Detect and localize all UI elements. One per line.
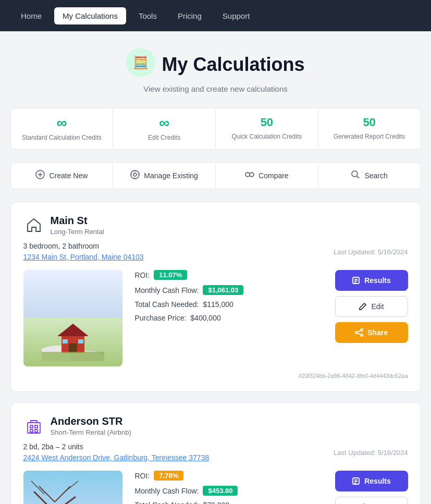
nav-items: Home My Calculations Tools Pricing Suppo…	[13, 7, 258, 24]
card-beds-main-st: 3 bedroom, 2 bathroom	[23, 242, 144, 250]
page-subtitle: View existing and create new calculation…	[10, 84, 421, 93]
card-image-main-st	[23, 270, 122, 366]
calc-card-anderson-str: Anderson STR Short-Term Rental (Airbnb) …	[10, 402, 421, 504]
compare-icon	[245, 170, 254, 181]
credit-quick-value: 50	[222, 116, 312, 129]
svg-marker-16	[57, 324, 89, 336]
total-cash-value-anderson: $70,000	[203, 501, 229, 504]
manage-existing-label: Manage Existing	[144, 171, 198, 180]
svg-point-9	[245, 173, 250, 177]
svg-line-37	[55, 497, 76, 504]
card-subtitle-anderson: Short-Term Rental (Airbnb)	[51, 428, 131, 436]
results-button-main-st[interactable]: Results	[335, 270, 408, 291]
card-stats-main-st: ROI: 11.07% Monthly Cash Flow: $1,061.03…	[135, 270, 323, 327]
page-content: 🧮 My Calculations View existing and crea…	[2, 31, 429, 504]
roi-label-anderson: ROI:	[135, 472, 150, 480]
svg-line-39	[55, 486, 70, 502]
credit-generated-label: Generated Report Credits	[334, 133, 405, 140]
compare-label: Compare	[258, 171, 289, 180]
share-label: Share	[367, 328, 388, 337]
header-icon: 🧮	[126, 48, 155, 77]
svg-point-4	[133, 173, 137, 176]
card-image-anderson	[23, 471, 122, 504]
credit-edit-value: ∞	[119, 116, 209, 130]
card-beds-anderson: 2 bd, 2ba – 2 units	[23, 442, 210, 451]
svg-line-12	[357, 176, 360, 179]
edit-button-main-st[interactable]: Edit	[335, 296, 408, 317]
search-icon	[351, 170, 360, 181]
svg-line-41	[65, 481, 78, 491]
card-buttons-anderson: Results Edit	[335, 471, 408, 504]
svg-rect-18	[63, 339, 68, 343]
svg-rect-20	[42, 352, 104, 361]
nav-item-my-calculations[interactable]: My Calculations	[54, 7, 126, 24]
svg-line-36	[34, 491, 55, 504]
svg-rect-33	[30, 429, 33, 432]
navigation: Home My Calculations Tools Pricing Suppo…	[0, 0, 431, 31]
card-title-main-st: Main St	[51, 215, 104, 227]
cashflow-value-anderson: $453.80	[203, 486, 238, 496]
nav-item-home[interactable]: Home	[13, 7, 50, 24]
card-last-updated-anderson: Last Updated: 5/16/2024	[334, 449, 408, 457]
svg-rect-19	[78, 339, 83, 343]
search-label: Search	[364, 171, 387, 180]
total-cash-label-main-st: Total Cash Needed:	[135, 300, 199, 309]
nav-item-tools[interactable]: Tools	[130, 7, 165, 24]
svg-rect-17	[69, 343, 77, 353]
svg-point-10	[250, 173, 254, 177]
share-button-main-st[interactable]: Share	[335, 322, 408, 343]
cashflow-label-main-st: Monthly Cash Flow:	[135, 286, 199, 294]
results-button-anderson[interactable]: Results	[335, 471, 408, 491]
page-header: 🧮 My Calculations View existing and crea…	[10, 48, 421, 93]
credit-generated-value: 50	[325, 116, 414, 129]
credit-generated: 50 Generated Report Credits	[318, 108, 421, 149]
card-address-main-st[interactable]: 1234 Main St, Portland, Maine 04103	[23, 253, 144, 261]
page-title: My Calculations	[162, 54, 304, 76]
svg-line-40	[31, 481, 44, 494]
create-new-label: Create New	[49, 171, 88, 180]
svg-rect-34	[35, 429, 38, 432]
card-stats-anderson: ROI: 7.78% Monthly Cash Flow: $453.80 To…	[135, 471, 323, 504]
compare-button[interactable]: Compare	[216, 163, 318, 189]
credit-standard-label: Standard Calculation Credits	[22, 134, 102, 141]
results-label-anderson: Results	[364, 477, 391, 485]
credit-standard-value: ∞	[17, 116, 107, 130]
purchase-price-value-main-st: $400,000	[190, 314, 220, 322]
card-buttons-main-st: Results Edit Share	[335, 270, 408, 343]
svg-point-26	[355, 331, 358, 334]
svg-line-29	[358, 333, 361, 335]
edit-button-anderson[interactable]: Edit	[335, 497, 408, 504]
card-last-updated-main-st: Last Updated: 5/16/2024	[334, 248, 408, 256]
purchase-price-label-main-st: Purchase Price:	[135, 314, 187, 322]
roi-label-main-st: ROI:	[135, 271, 150, 279]
manage-existing-icon	[130, 170, 140, 181]
credits-bar: ∞ Standard Calculation Credits ∞ Edit Cr…	[10, 108, 421, 150]
svg-point-27	[361, 334, 363, 336]
card-title-group-anderson: Anderson STR Short-Term Rental (Airbnb)	[51, 415, 131, 436]
svg-rect-30	[28, 423, 40, 433]
results-label: Results	[364, 276, 391, 285]
create-new-button[interactable]: Create New	[11, 163, 114, 189]
nav-item-support[interactable]: Support	[214, 7, 258, 24]
actions-bar: Create New Manage Existing	[10, 162, 421, 189]
card-title-anderson: Anderson STR	[51, 415, 131, 427]
credit-edit-label: Edit Credits	[148, 134, 180, 141]
nav-item-pricing[interactable]: Pricing	[169, 7, 210, 24]
credit-standard: ∞ Standard Calculation Credits	[11, 108, 114, 149]
credit-quick: 50 Quick Calculation Credits	[216, 108, 318, 149]
svg-point-3	[131, 170, 139, 179]
credit-quick-label: Quick Calculation Credits	[232, 133, 302, 140]
card-type-icon-house	[23, 215, 44, 236]
card-hash-main-st: #20f324bb-2a96-4842-8fe0-4d4443dc62aa	[23, 373, 408, 379]
create-new-icon	[35, 170, 45, 181]
total-cash-value-main-st: $115,000	[203, 300, 233, 309]
card-type-icon-building	[23, 415, 44, 436]
credit-edit: ∞ Edit Credits	[113, 108, 216, 149]
manage-existing-button[interactable]: Manage Existing	[113, 163, 216, 189]
card-address-anderson[interactable]: 2424 West Anderson Drive, Gatlinburg, Te…	[23, 453, 210, 462]
roi-value-main-st: 11.07%	[154, 270, 187, 280]
total-cash-label-anderson: Total Cash Needed:	[135, 501, 199, 504]
search-button[interactable]: Search	[318, 163, 421, 189]
svg-rect-32	[35, 425, 38, 428]
svg-rect-31	[30, 425, 33, 428]
